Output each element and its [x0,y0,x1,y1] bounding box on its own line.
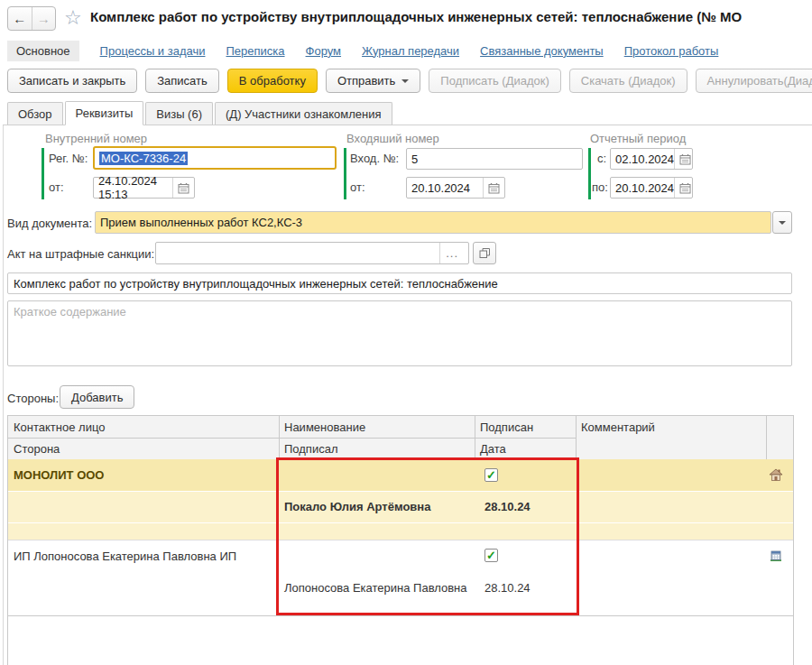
forward-arrow-icon[interactable]: → [32,7,56,30]
nav-item-main[interactable]: Основное [7,41,79,61]
period-from-input[interactable]: 02.10.2024 [610,148,693,170]
document-title-input[interactable] [7,272,792,294]
panel-left-border [3,125,4,665]
chevron-down-icon [779,221,786,225]
sign-date-cell: 28.10.24 [484,500,531,513]
row-divider [8,522,793,523]
incoming-number-label: Вход. №: [350,152,399,165]
parties-table: Контактное лицо Наименование Подписан Ко… [7,415,794,665]
office-building-icon [769,548,783,565]
penalty-act-label: Акт на штрафные санкции: [7,247,154,261]
summary-textarea[interactable] [7,300,792,366]
doc-type-dropdown-button[interactable] [772,211,792,234]
back-arrow-icon[interactable]: ← [8,7,32,30]
incoming-number-input[interactable]: 5 [406,148,583,170]
column-divider [766,416,767,459]
period-to-label: по: [592,180,608,194]
table-row[interactable] [8,522,793,540]
incoming-number-value: 5 [411,152,418,166]
required-marker-incoming [344,148,346,199]
home-icon [769,467,783,485]
penalty-act-input[interactable]: ... [155,242,469,264]
group-divider [8,615,793,616]
incoming-date-label: от: [350,180,365,194]
download-diadoc-button[interactable]: Скачать (Диадок) [569,69,687,93]
doc-type-label: Вид документа: [7,217,92,230]
open-window-icon [479,247,491,259]
calendar-icon[interactable] [483,178,500,198]
col-header-date[interactable]: Дата [475,438,576,460]
internal-date-value: 24.10.2024 15:13 [98,174,172,201]
table-row[interactable]: ИП Лопоносова Екатерина Павловна ИП ✓ [8,540,793,572]
main-nav: Основное Процессы и задачи Переписка Фор… [7,40,718,61]
favorite-star-icon[interactable]: ☆ [64,7,82,29]
report-period-group-label: Отчетный период [590,132,686,145]
reg-number-input[interactable]: МО-КС-7336-24 [93,146,337,170]
col-header-signed[interactable]: Подписан [475,416,576,439]
tab-requisites[interactable]: Реквизиты [65,101,144,125]
reg-number-label: Рег. №: [49,152,88,165]
signed-checkbox[interactable]: ✓ [484,468,498,482]
col-header-contact-person[interactable]: Контактное лицо [8,416,279,439]
document-window: ← → ☆ Комплекс работ по устройству внутр… [0,0,812,665]
open-item-button[interactable] [473,242,496,264]
incoming-date-value: 20.10.2024 [411,181,470,195]
nav-item-transfer-log[interactable]: Журнал передачи [362,44,459,58]
signed-checkbox[interactable]: ✓ [484,549,498,562]
column-divider [576,416,577,459]
period-to-value: 20.10.2024 [615,181,674,195]
party-name-cell: МОНОЛИТ ООО [14,468,104,482]
table-row[interactable]: Лопоносова Екатерина Павловна 28.10.24 [8,572,793,604]
save-button[interactable]: Записать [145,69,219,93]
column-divider [475,416,475,459]
col-header-comment[interactable]: Комментарий [576,416,766,439]
nav-item-work-protocol[interactable]: Протокол работы [624,44,719,58]
parties-label: Стороны: [7,392,59,405]
save-and-close-button[interactable]: Записать и закрыть [7,69,137,93]
col-header-signed-by[interactable]: Подписал [279,438,475,460]
column-divider [279,416,280,459]
header-row-divider [8,438,576,439]
calendar-icon[interactable] [674,149,691,169]
history-nav-group: ← → [7,6,56,31]
period-to-input[interactable]: 20.10.2024 [610,177,693,199]
page-title: Комплекс работ по устройству внутриплоща… [90,9,810,24]
required-marker-period [588,148,591,199]
toolbar: Записать и закрыть Записать В обработку … [7,69,812,93]
signer-name-cell: Покало Юлия Артёмовна [284,500,430,513]
nav-item-correspondence[interactable]: Переписка [226,44,285,58]
chevron-down-icon [401,79,409,83]
signer-name-cell: Лопоносова Екатерина Павловна [284,581,467,595]
tab-acquaintance-participants[interactable]: (Д) Участники ознакомления [215,102,392,125]
doc-type-value: Прием выполненных работ КС2,КС-3 [100,216,302,229]
add-party-button[interactable]: Добавить [60,385,134,409]
calendar-icon[interactable] [172,178,189,198]
period-from-value: 02.10.2024 [615,152,674,166]
table-row[interactable]: МОНОЛИТ ООО ✓ [8,459,793,491]
nav-item-forum[interactable]: Форум [306,44,342,58]
to-processing-button[interactable]: В обработку [227,69,318,93]
table-row[interactable]: Покало Юлия Артёмовна 28.10.24 [8,491,793,522]
tab-overview[interactable]: Обзор [7,102,63,125]
nav-item-linked-documents[interactable]: Связанные документы [480,44,604,58]
sign-date-cell: 28.10.24 [484,581,531,595]
internal-date-input[interactable]: 24.10.2024 15:13 [93,177,195,199]
party-name-cell: ИП Лопоносова Екатерина Павловна ИП [14,550,236,563]
incoming-date-input[interactable]: 20.10.2024 [406,177,505,199]
period-from-label: с: [597,152,606,165]
calendar-icon[interactable] [674,178,691,198]
nav-item-processes[interactable]: Процессы и задачи [100,44,206,58]
send-button-label: Отправить [337,74,395,88]
sign-diadoc-button[interactable]: Подписать (Диадок) [429,69,560,93]
row-divider [8,491,793,492]
doc-type-input[interactable]: Прием выполненных работ КС2,КС-3 [95,211,771,234]
col-header-party[interactable]: Сторона [8,438,279,460]
reg-number-value: МО-КС-7336-24 [99,152,188,165]
send-button[interactable]: Отправить [326,69,420,93]
col-header-name[interactable]: Наименование [279,416,475,439]
incoming-number-group-label: Входяший номер [346,132,439,145]
choose-ellipsis-button[interactable]: ... [439,243,464,263]
tab-visas[interactable]: Визы (6) [145,102,213,125]
form-tabs: Обзор Реквизиты Визы (6) (Д) Участники о… [3,101,812,125]
annul-diadoc-button[interactable]: Аннулировать(Диадок) [696,69,812,93]
